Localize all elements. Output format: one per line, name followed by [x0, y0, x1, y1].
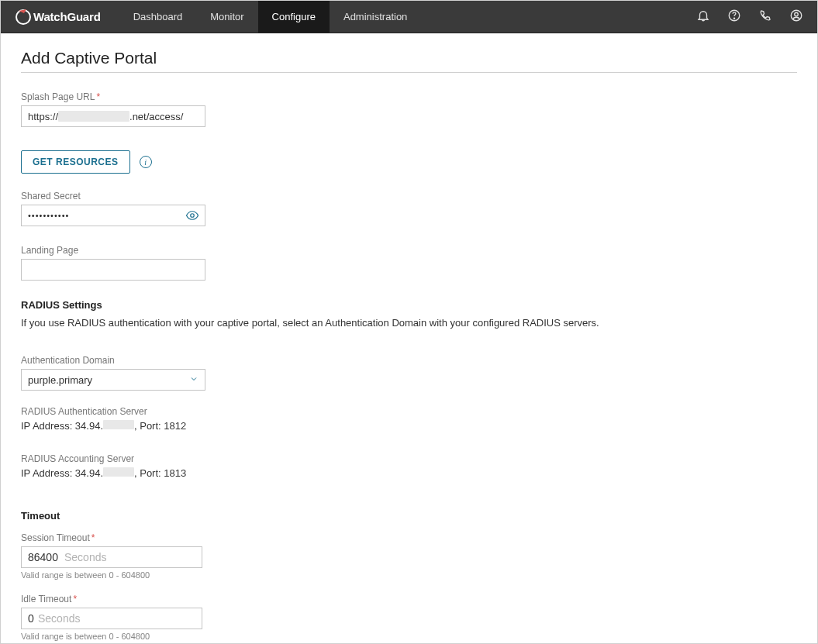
landing-page-input[interactable] — [21, 259, 205, 281]
session-timeout-label: Session Timeout* — [21, 532, 797, 543]
session-timeout-input[interactable] — [21, 546, 202, 568]
get-resources-button[interactable]: GET RESOURCES — [21, 150, 130, 174]
svg-point-5 — [191, 214, 195, 218]
radius-acct-server-label: RADIUS Accounting Server — [21, 453, 797, 464]
radius-settings-section: RADIUS Settings If you use RADIUS authen… — [21, 299, 797, 479]
nav-monitor[interactable]: Monitor — [196, 1, 257, 33]
chevron-down-icon — [189, 374, 198, 385]
topbar-icons — [696, 9, 803, 25]
nav-configure[interactable]: Configure — [258, 1, 330, 33]
help-icon[interactable] — [727, 9, 741, 25]
idle-timeout-help: Valid range is between 0 - 604800 — [21, 632, 797, 641]
page-title: Add Captive Portal — [21, 49, 797, 73]
topbar: WatchGuard Dashboard Monitor Configure A… — [1, 1, 817, 33]
bell-icon[interactable] — [696, 9, 710, 25]
shared-secret-input[interactable]: ••••••••••• — [21, 205, 205, 226]
landing-page-label: Landing Page — [21, 245, 797, 256]
redacted-domain — [58, 111, 129, 122]
splash-url-label: Splash Page URL* — [21, 91, 797, 102]
svg-point-2 — [733, 18, 734, 19]
radius-acct-server-value: IP Address: 34.94., Port: 1813 — [21, 467, 797, 479]
radius-auth-server-label: RADIUS Authentication Server — [21, 406, 797, 417]
timeout-heading: Timeout — [21, 510, 797, 522]
radius-desc: If you use RADIUS authentication with yo… — [21, 317, 797, 329]
profile-icon[interactable] — [789, 9, 803, 25]
shared-secret-section: Shared Secret ••••••••••• — [21, 191, 797, 226]
auth-domain-label: Authentication Domain — [21, 355, 797, 366]
idle-timeout-input[interactable] — [21, 608, 202, 629]
brand-name: WatchGuard — [33, 10, 101, 23]
content-area: Add Captive Portal Splash Page URL* http… — [1, 33, 817, 644]
brand-logo: WatchGuard — [15, 9, 101, 26]
shared-secret-label: Shared Secret — [21, 191, 797, 201]
get-resources-row: GET RESOURCES i — [21, 150, 797, 174]
splash-url-section: Splash Page URL* https:// .net/access/ — [21, 91, 797, 127]
auth-domain-value: purple.primary — [28, 374, 92, 386]
timeout-section: Timeout Session Timeout* Seconds Valid r… — [21, 510, 797, 641]
brand-logo-icon — [15, 9, 32, 26]
landing-page-section: Landing Page — [21, 245, 797, 281]
main-nav: Dashboard Monitor Configure Administrati… — [119, 1, 422, 33]
radius-heading: RADIUS Settings — [21, 299, 797, 311]
info-icon[interactable]: i — [140, 156, 152, 168]
eye-icon[interactable] — [185, 208, 199, 225]
svg-point-4 — [795, 12, 799, 16]
nav-dashboard[interactable]: Dashboard — [119, 1, 197, 33]
idle-timeout-label: Idle Timeout* — [21, 594, 797, 604]
radius-auth-server-value: IP Address: 34.94., Port: 1812 — [21, 420, 797, 432]
nav-administration[interactable]: Administration — [330, 1, 421, 33]
session-timeout-help: Valid range is between 0 - 604800 — [21, 570, 797, 580]
auth-domain-select[interactable]: purple.primary — [21, 369, 205, 391]
splash-url-input[interactable]: https:// .net/access/ — [21, 105, 205, 127]
phone-icon[interactable] — [758, 9, 772, 25]
